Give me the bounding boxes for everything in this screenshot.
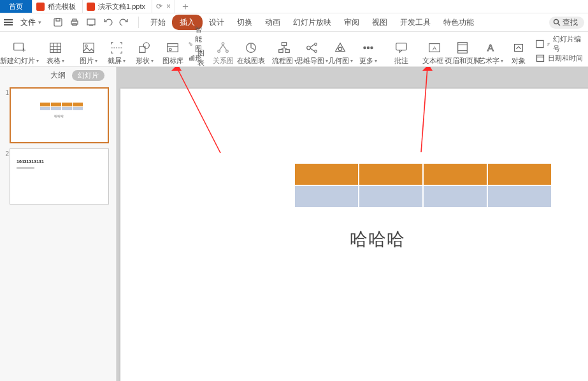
wordart-button[interactable]: A 艺术字▾ — [477, 41, 504, 66]
titlebar-close-group: ⟳ × — [152, 0, 175, 13]
smart-graphic-icon — [189, 40, 192, 48]
svg-marker-66 — [171, 67, 182, 71]
chart-button[interactable]: 图表 — [189, 52, 207, 64]
plus-icon: ＋ — [180, 2, 190, 11]
tab-start[interactable]: 开始 — [144, 15, 172, 30]
svg-rect-55 — [458, 43, 468, 54]
app-menu-button[interactable] — [1, 19, 15, 25]
save-icon[interactable] — [53, 17, 63, 27]
svg-marker-67 — [422, 67, 433, 71]
tab-view[interactable]: 视图 — [366, 15, 394, 30]
svg-rect-3 — [73, 19, 76, 21]
slide-panel: 大纲 幻灯片 1 — [0, 67, 117, 381]
svg-point-49 — [364, 47, 366, 48]
search-label: 查找 — [563, 17, 578, 28]
slide-thumbnail-2[interactable]: 16431313131 — [10, 148, 109, 205]
svg-point-30 — [222, 43, 224, 45]
svg-point-42 — [307, 46, 311, 50]
svg-rect-60 — [536, 40, 543, 47]
svg-point-44 — [315, 50, 317, 53]
titlebar-home-label: 首页 — [9, 2, 23, 11]
tab-review[interactable]: 审阅 — [338, 15, 366, 30]
relation-button[interactable]: 关系图 — [210, 41, 236, 66]
svg-rect-36 — [282, 43, 286, 46]
table-button[interactable]: 表格▾ — [42, 41, 69, 66]
slide-table[interactable] — [295, 164, 551, 207]
picture-button[interactable]: 图片▾ — [75, 41, 102, 66]
main-area: 大纲 幻灯片 1 — [0, 67, 588, 381]
outline-tab[interactable]: 大纲 — [50, 70, 66, 81]
object-button[interactable]: 对象 — [505, 41, 532, 66]
checkbox-icon — [536, 40, 544, 48]
slides-tab[interactable]: 幻灯片 — [72, 70, 104, 81]
svg-rect-59 — [515, 45, 523, 52]
geometric-button[interactable]: 几何图▾ — [327, 41, 354, 66]
slide-panel-header: 大纲 幻灯片 — [0, 67, 116, 83]
svg-rect-27 — [189, 58, 190, 60]
svg-point-21 — [143, 43, 149, 48]
thumbnail-number: 2 — [1, 148, 9, 157]
table-icon — [48, 41, 62, 55]
more-icon — [361, 41, 375, 55]
icon-library-button[interactable]: 图标库 — [159, 41, 186, 66]
tab-transition[interactable]: 切换 — [231, 15, 259, 30]
search-box[interactable]: 查找 — [549, 17, 584, 29]
tab-animation[interactable]: 动画 — [259, 15, 287, 30]
datetime-button[interactable]: 日期和时间 — [534, 52, 585, 64]
caret-down-icon: ▾ — [38, 19, 41, 25]
undo-icon[interactable] — [103, 17, 113, 27]
new-slide-icon — [12, 41, 26, 55]
svg-point-25 — [189, 43, 190, 44]
shapes-button[interactable]: 形状▾ — [131, 41, 158, 66]
svg-rect-22 — [168, 44, 178, 52]
titlebar: 首页 稻壳模板 演示文稿1.pptx ⟳ × ＋ — [0, 0, 588, 13]
slide-canvas-area[interactable]: 哈哈哈 — [117, 67, 588, 381]
svg-line-8 — [558, 24, 560, 25]
slide[interactable]: 哈哈哈 — [120, 89, 588, 381]
svg-line-45 — [310, 45, 314, 48]
svg-point-48 — [338, 47, 342, 51]
titlebar-file-tab[interactable]: 演示文稿1.pptx — [83, 0, 152, 13]
titlebar-add-button[interactable]: ＋ — [175, 0, 196, 13]
thumbnail-row: 2 16431313131 — [1, 148, 116, 205]
more-button[interactable]: 更多▾ — [355, 41, 382, 66]
titlebar-templates-label: 稻壳模板 — [48, 2, 76, 11]
print-icon[interactable] — [69, 17, 80, 27]
flowchart-button[interactable]: 流程图▾ — [271, 41, 298, 66]
tab-devtools[interactable]: 开发工具 — [394, 15, 437, 30]
svg-point-24 — [169, 48, 172, 51]
slide-number-checkbox[interactable]: # 幻灯片编号 — [534, 38, 585, 50]
mindmap-button[interactable]: 思维导图▾ — [299, 41, 326, 66]
redo-icon[interactable] — [119, 17, 129, 27]
svg-rect-9 — [14, 43, 24, 50]
online-chart-button[interactable]: 在线图表 — [238, 41, 264, 66]
tab-features[interactable]: 特色功能 — [437, 15, 480, 30]
slide-caption[interactable]: 哈哈哈 — [350, 227, 405, 252]
new-slide-button[interactable]: 新建幻灯片▾ — [3, 41, 36, 66]
screenshot-button[interactable]: 截屏▾ — [103, 41, 130, 66]
svg-rect-61 — [537, 55, 544, 62]
header-footer-icon — [455, 41, 470, 55]
thumbnail-number: 1 — [1, 87, 9, 96]
file-menu[interactable]: 文件 ▾ — [17, 16, 48, 29]
header-footer-button[interactable]: 页眉和页脚 — [449, 41, 476, 66]
comment-button[interactable]: 批注 — [388, 41, 415, 66]
mindmap-icon — [305, 41, 319, 55]
refresh-icon[interactable]: ⟳ — [156, 2, 162, 11]
textbox-button[interactable]: A 文本框▾ — [421, 41, 448, 66]
comment-icon — [394, 41, 408, 55]
slide-thumbnail-1[interactable]: 哈哈哈 — [10, 87, 109, 143]
titlebar-templates-tab[interactable]: 稻壳模板 — [32, 0, 83, 13]
preview-icon[interactable] — [86, 17, 96, 27]
close-icon[interactable]: × — [166, 2, 171, 11]
svg-line-34 — [223, 45, 227, 50]
menubar: 文件 ▾ 开始 插入 设计 切换 动画 幻灯片放映 审阅 视图 开发工具 特色功… — [0, 13, 588, 32]
chart-icon — [189, 54, 195, 62]
svg-rect-12 — [50, 43, 61, 53]
tab-slideshow[interactable]: 幻灯片放映 — [287, 15, 338, 30]
file-menu-label: 文件 — [20, 17, 36, 28]
thumb2-title: 16431313131 — [17, 159, 44, 164]
titlebar-home-tab[interactable]: 首页 — [0, 0, 32, 13]
textbox-icon: A — [427, 41, 441, 55]
object-icon — [512, 41, 526, 55]
